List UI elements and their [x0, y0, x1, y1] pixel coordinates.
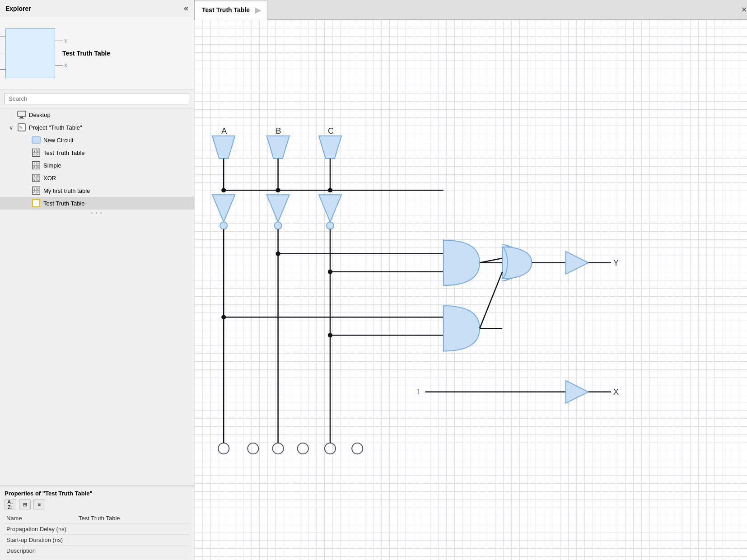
prop-label-description: Description [5, 546, 77, 556]
prop-row-description: Description [5, 546, 189, 556]
sidebar-item-ttt-selected[interactable]: Test Truth Table [0, 197, 194, 210]
preview-pin-x: X [55, 63, 67, 68]
canvas-area[interactable]: A B C [194, 20, 747, 560]
output-label-x: X [613, 387, 619, 397]
truth-icon-simple: 100X [32, 161, 41, 170]
output-label-y: Y [613, 258, 619, 267]
active-tab-label: Test Truth Table [202, 6, 250, 14]
grid-view-button[interactable]: ⊞ [19, 499, 31, 509]
input-funnel-c [319, 136, 341, 159]
output-circle-5 [325, 443, 336, 454]
input-funnel-a [212, 136, 235, 159]
wire-to-or-bot [480, 272, 502, 328]
explorer-header: Explorer « [0, 0, 194, 17]
sidebar-item-project[interactable]: ∨ ✎ Project "Truth Table" [0, 121, 194, 134]
prop-value-name: Test Truth Table [77, 513, 189, 524]
not-gate-c [319, 195, 341, 222]
search-bar [0, 89, 194, 108]
sidebar-label-simple: Simple [43, 162, 61, 169]
tree-section: Desktop ∨ ✎ Project "Truth Table" New Ci… [0, 108, 194, 486]
and-gate-1 [444, 240, 480, 285]
sidebar-item-desktop[interactable]: Desktop [0, 108, 194, 121]
not-gate-a [212, 195, 235, 222]
input-funnel-b [267, 136, 289, 159]
preview-pin-y: Y [55, 38, 67, 44]
props-toolbar: A↓Z↓ ⊞ ≡ [5, 499, 189, 509]
or-gate [502, 247, 532, 279]
tree-resize-handle[interactable]: • • • [0, 210, 194, 216]
svg-text:✎: ✎ [19, 125, 23, 130]
tab-bar: Test Truth Table ✕ [194, 0, 747, 20]
and-gate-2 [444, 306, 480, 351]
output-circle-3 [273, 443, 284, 454]
close-tab-button[interactable]: ✕ [741, 5, 747, 14]
right-panel: Test Truth Table ✕ A B C [194, 0, 747, 560]
prop-label-name: Name [5, 513, 77, 524]
input-label-b: B [276, 126, 281, 135]
not-gate-c-bubble [327, 222, 334, 229]
sidebar-label-project: Project "Truth Table" [29, 124, 82, 131]
truth-icon-ttt: 100X [32, 148, 41, 157]
prop-row-startup: Start-up Duration (ns) [5, 535, 189, 546]
not-gate-b [267, 195, 289, 222]
sidebar-item-ttt[interactable]: 100X Test Truth Table [0, 146, 194, 159]
not-gate-a-bubble [220, 222, 227, 229]
prop-row-propagation: Propagation Delay (ns) [5, 524, 189, 535]
preview-area: A B C Y X [0, 17, 194, 89]
preview-title: Test Truth Table [62, 50, 110, 57]
input-label-c: C [328, 126, 334, 135]
input-label-a: A [221, 126, 227, 135]
junction-b-and1 [276, 252, 280, 256]
preview-box: A B C Y X [5, 28, 55, 78]
sort-alpha-button[interactable]: A↓Z↓ [5, 499, 16, 509]
sidebar-label-my-first: My first truth table [43, 187, 90, 194]
output-circle-4 [298, 443, 308, 454]
preview-pin-a: A [0, 34, 6, 40]
sidebar-label-desktop: Desktop [29, 112, 51, 118]
search-input[interactable] [5, 93, 189, 104]
prop-label-startup: Start-up Duration (ns) [5, 535, 77, 546]
sidebar-item-my-first[interactable]: 100X My first truth table [0, 184, 194, 197]
svg-rect-0 [18, 111, 26, 117]
left-panel: Explorer « A B C [0, 0, 194, 560]
prop-value-startup [77, 535, 189, 546]
desktop-icon [17, 110, 26, 119]
prop-value-propagation [77, 524, 189, 535]
active-tab[interactable]: Test Truth Table [194, 0, 267, 20]
constant-1: 1 [416, 387, 420, 396]
sidebar-item-new-circuit[interactable]: New Circuit [0, 134, 194, 146]
collapse-button[interactable]: « [184, 4, 188, 13]
output-buffer-y [566, 252, 588, 274]
wire-to-or-top [480, 258, 502, 263]
preview-pin-c: C [0, 67, 6, 72]
circuit-diagram: A B C [194, 20, 747, 560]
sidebar-label-ttt-selected: Test Truth Table [43, 200, 85, 207]
properties-panel: Properties of "Test Truth Table" A↓Z↓ ⊞ … [0, 486, 194, 560]
not-gate-b-bubble [275, 222, 282, 229]
sidebar-label-ttt: Test Truth Table [43, 149, 85, 156]
sidebar-item-xor[interactable]: 100X XOR [0, 172, 194, 184]
sidebar-label-xor: XOR [43, 175, 56, 182]
prop-value-description [77, 546, 189, 556]
properties-title: Properties of "Test Truth Table" [5, 490, 189, 497]
junction-nota-and2 [221, 315, 226, 319]
truth-icon-selected [32, 199, 41, 208]
junction-c-and1 [328, 270, 332, 274]
svg-rect-1 [20, 117, 23, 118]
output-circle-1 [218, 443, 229, 454]
truth-icon-mf: 100X [32, 186, 41, 195]
preview-pin-b: B [0, 51, 6, 56]
svg-rect-5 [32, 137, 40, 143]
output-buffer-x [566, 381, 588, 403]
explorer-title: Explorer [5, 5, 31, 12]
output-circle-6 [352, 443, 363, 454]
circuit-icon [32, 135, 41, 145]
project-icon: ✎ [17, 123, 26, 132]
sidebar-label-new-circuit: New Circuit [43, 137, 73, 144]
sidebar-item-simple[interactable]: 100X Simple [0, 159, 194, 172]
prop-label-propagation: Propagation Delay (ns) [5, 524, 77, 535]
list-view-button[interactable]: ≡ [33, 499, 45, 509]
svg-rect-2 [19, 118, 24, 119]
truth-icon-xor: 100X [32, 173, 41, 182]
tree-toggle-project: ∨ [9, 124, 14, 131]
